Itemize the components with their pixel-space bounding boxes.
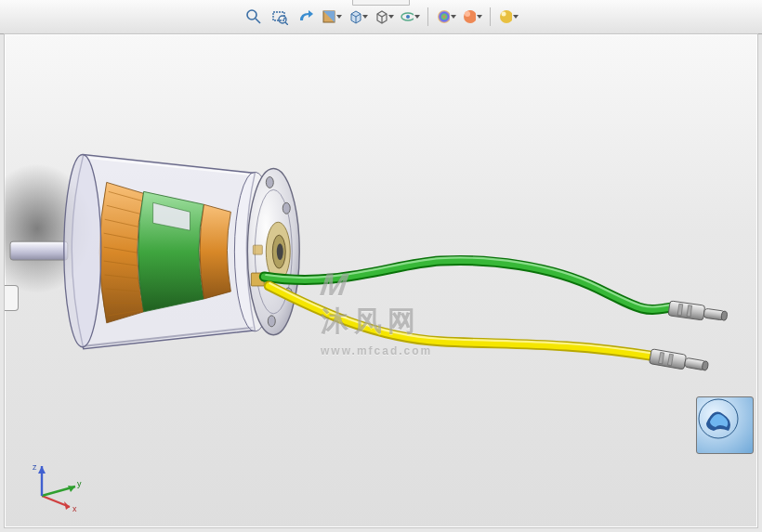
svg-point-13	[64, 155, 101, 347]
reference-triad: x y z	[23, 461, 88, 516]
toolbar-separator	[490, 7, 491, 26]
chevron-down-icon[interactable]	[451, 15, 456, 19]
connector-yellow-end	[650, 349, 710, 374]
wire-green	[264, 260, 672, 309]
connector-green-end	[668, 301, 728, 324]
previous-view-icon[interactable]	[296, 6, 316, 27]
motor-endcap	[247, 168, 299, 334]
svg-rect-31	[650, 349, 687, 370]
svg-point-7	[406, 15, 410, 19]
svg-rect-26	[668, 301, 705, 320]
svg-rect-25	[253, 245, 262, 254]
app-badge-icon[interactable]	[696, 396, 754, 454]
chevron-down-icon[interactable]	[414, 15, 420, 19]
zoom-to-fit-icon[interactable]	[243, 6, 264, 27]
svg-point-23	[277, 243, 283, 260]
flyout-handle-left[interactable]	[5, 285, 19, 311]
chevron-down-icon[interactable]	[513, 15, 519, 19]
chevron-down-icon[interactable]	[336, 15, 342, 19]
toolbar-separator	[427, 7, 428, 26]
svg-line-4	[285, 22, 288, 25]
svg-point-17	[266, 176, 273, 188]
svg-point-10	[465, 11, 470, 17]
svg-point-0	[247, 10, 256, 19]
chevron-down-icon[interactable]	[477, 15, 482, 19]
svg-line-1	[256, 19, 260, 23]
edit-appearance-icon[interactable]	[436, 6, 456, 27]
hide-show-icon[interactable]	[400, 6, 420, 27]
zoom-to-area-icon[interactable]	[269, 6, 290, 27]
triad-z-label: z	[33, 462, 37, 472]
svg-point-3	[279, 16, 286, 23]
model-canvas	[5, 34, 757, 527]
heads-up-view-toolbar	[0, 0, 762, 34]
triad-y-label: y	[77, 479, 82, 488]
apply-scene-icon[interactable]	[462, 6, 482, 27]
triad-x-label: x	[72, 504, 77, 513]
section-view-icon[interactable]	[322, 6, 342, 27]
graphics-viewport[interactable]: M 沐风网 www.mfcad.com x y z	[4, 33, 758, 528]
view-settings-icon[interactable]	[498, 6, 519, 27]
svg-point-20	[268, 316, 275, 327]
svg-marker-41	[38, 466, 46, 474]
chevron-down-icon[interactable]	[362, 15, 368, 19]
toolbar-tab[interactable]	[352, 0, 410, 6]
display-style-icon[interactable]	[374, 6, 394, 27]
svg-point-18	[282, 202, 290, 214]
motor-shaft-rear	[10, 241, 68, 260]
chevron-down-icon[interactable]	[388, 15, 394, 19]
svg-point-12	[502, 12, 506, 17]
motor-housing	[64, 155, 275, 349]
svg-point-8	[438, 10, 450, 23]
view-orientation-icon[interactable]	[348, 6, 368, 27]
svg-point-11	[500, 10, 512, 23]
